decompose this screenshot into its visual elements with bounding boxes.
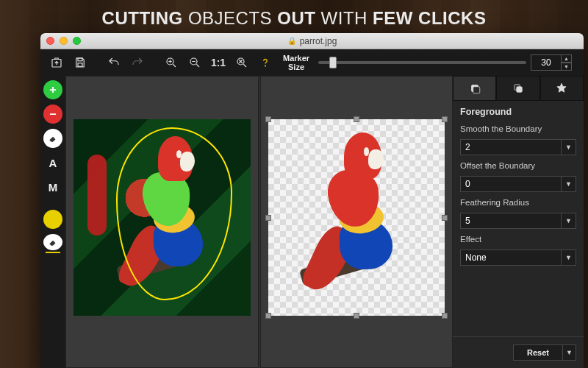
effect-label: Effect	[460, 235, 576, 244]
lock-icon: 🔒	[287, 37, 296, 45]
traffic-lights	[46, 37, 81, 45]
resize-handle[interactable]	[442, 313, 448, 319]
chevron-down-icon[interactable]: ▼	[561, 140, 576, 155]
tab-background[interactable]	[496, 76, 539, 101]
background-marker-stroke	[87, 155, 107, 236]
source-canvas[interactable]	[65, 76, 259, 368]
add-marker-tool[interactable]	[43, 80, 62, 99]
svg-point-6	[265, 66, 266, 66]
marker-size-label: MarkerSize	[283, 54, 309, 71]
canvas-area	[65, 76, 453, 368]
app-window: 🔒 parrot.jpg 1:1	[40, 33, 584, 368]
offset-boundary-select[interactable]: 0 ▼	[460, 176, 576, 192]
feathering-radius-select[interactable]: 5 ▼	[460, 213, 576, 229]
svg-rect-1	[78, 58, 82, 61]
stepper-down-icon[interactable]: ▼	[562, 63, 572, 71]
chevron-down-icon[interactable]: ▼	[563, 344, 576, 361]
reset-button[interactable]: Reset ▼	[513, 344, 576, 361]
feathering-radius-label: Feathering Radius	[460, 198, 576, 207]
window-zoom-button[interactable]	[73, 37, 81, 45]
underline-icon	[46, 252, 60, 253]
window-close-button[interactable]	[46, 37, 54, 45]
smooth-boundary-label: Smooth the Boundary	[460, 124, 576, 133]
marker-size-input[interactable]	[531, 54, 562, 71]
svg-rect-8	[473, 87, 479, 93]
tab-foreground[interactable]	[453, 76, 496, 101]
panel-section-title: Foreground	[460, 107, 576, 117]
stepper-up-icon[interactable]: ▲	[562, 54, 572, 63]
chevron-down-icon[interactable]: ▼	[561, 213, 576, 228]
zoom-in-button[interactable]	[161, 52, 182, 73]
resize-handle[interactable]	[354, 116, 359, 122]
resize-handle[interactable]	[265, 116, 271, 122]
undo-button[interactable]	[104, 52, 124, 73]
promo-headline: CUTTING OBJECTS OUT WITH FEW CLICKS	[0, 0, 588, 35]
effect-select[interactable]: None ▼	[460, 250, 576, 266]
slider-thumb[interactable]	[329, 57, 337, 68]
window-title: parrot.jpg	[300, 36, 337, 46]
top-toolbar: 1:1 MarkerSize ▲ ▼	[40, 49, 584, 76]
chevron-down-icon[interactable]: ▼	[561, 177, 576, 191]
resize-handle[interactable]	[354, 313, 359, 319]
zoom-actual-button[interactable]: 1:1	[208, 52, 229, 73]
help-button[interactable]	[255, 52, 276, 73]
zoom-fit-button[interactable]	[232, 52, 252, 73]
crop-frame[interactable]	[268, 119, 445, 316]
right-panel: Foreground Smooth the Boundary 2 ▼ Offse…	[453, 76, 584, 368]
titlebar: 🔒 parrot.jpg	[40, 33, 584, 49]
zoom-out-button[interactable]	[184, 52, 205, 73]
tab-favorites[interactable]	[540, 76, 584, 101]
window-minimize-button[interactable]	[60, 37, 68, 45]
open-button[interactable]	[46, 52, 67, 73]
mask-tool[interactable]	[43, 210, 62, 229]
left-toolbar: A M	[40, 76, 65, 368]
svg-rect-10	[517, 87, 523, 93]
resize-handle[interactable]	[442, 116, 448, 122]
resize-handle[interactable]	[442, 215, 448, 221]
resize-handle[interactable]	[265, 313, 271, 319]
preview-canvas[interactable]	[260, 76, 453, 368]
auto-mode-button[interactable]: A	[43, 153, 62, 172]
svg-rect-2	[78, 63, 82, 67]
parrot-illustration	[123, 131, 225, 292]
redo-button[interactable]	[127, 52, 148, 73]
offset-boundary-label: Offset the Boundary	[460, 161, 576, 170]
eraser-tool[interactable]	[43, 129, 62, 148]
smooth-boundary-select[interactable]: 2 ▼	[460, 139, 576, 155]
manual-mode-button[interactable]: M	[43, 177, 62, 197]
chevron-down-icon[interactable]: ▼	[561, 250, 576, 265]
remove-marker-tool[interactable]	[43, 105, 62, 124]
marker-size-slider[interactable]	[318, 61, 526, 64]
panel-tabs	[453, 76, 584, 101]
resize-handle[interactable]	[265, 215, 271, 221]
erase-mask-tool[interactable]	[43, 234, 62, 253]
save-button[interactable]	[70, 52, 90, 73]
marker-size-spinner[interactable]: ▲ ▼	[531, 54, 572, 71]
